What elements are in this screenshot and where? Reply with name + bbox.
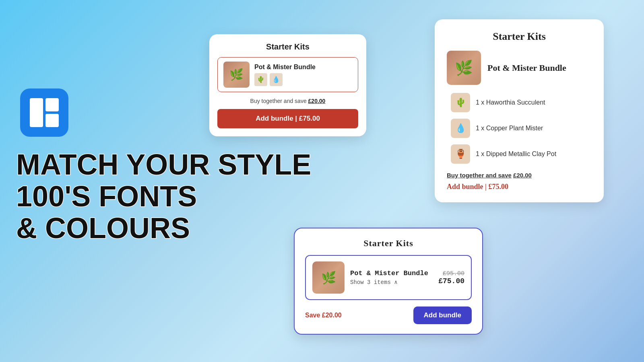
card1-title: Starter Kits — [217, 42, 358, 51]
card3-original-price: £95.00 — [438, 270, 464, 277]
card3-chevron: ∧ — [394, 279, 397, 286]
card3-price: £75.00 — [438, 277, 464, 285]
card1-product-name: Pot & Mister Bundle — [254, 64, 352, 71]
card2-item2-icon: 💧 — [451, 119, 470, 138]
card1-product-box: 🌿 Pot & Mister Bundle 🌵 💧 — [217, 57, 358, 92]
card1-item-icons: 🌵 💧 — [254, 73, 352, 86]
card2-title: Starter Kits — [447, 31, 592, 43]
card2-bundle-name: Pot & Mister Bundle — [487, 63, 566, 73]
card1-starter-kits: Starter Kits 🌿 Pot & Mister Bundle 🌵 💧 B… — [209, 34, 366, 136]
card2-save-amount: £20.00 — [513, 172, 532, 179]
card3-product-name: Pot & Mister Bundle — [350, 269, 433, 277]
card2-item1-label: 1 x Haworthia Succulent — [476, 99, 545, 106]
card2-header: 🌿 Pot & Mister Bundle — [447, 51, 592, 85]
card2-item-3: 🏺 1 x Dipped Metallic Clay Pot — [451, 144, 592, 164]
card2-item1-icon: 🌵 — [451, 93, 470, 112]
headline-line2: 100'S FONTS — [16, 181, 311, 212]
card2-items-list: 🌵 1 x Haworthia Succulent 💧 1 x Copper P… — [447, 93, 592, 164]
card3-product-row: 🌿 Pot & Mister Bundle Show 3 items ∧ £95… — [305, 255, 472, 300]
card1-product-image: 🌿 — [223, 62, 250, 88]
card3-show-items[interactable]: Show 3 items ∧ — [350, 279, 433, 286]
card2-item3-icon: 🏺 — [451, 144, 470, 164]
card1-icon-mister: 💧 — [270, 73, 283, 86]
card3-save-text: Save £20.00 — [305, 312, 342, 319]
card2-item3-label: 1 x Dipped Metallic Clay Pot — [476, 150, 556, 158]
card1-save-amount: £20.00 — [308, 98, 326, 104]
card3-add-btn[interactable]: Add bundle — [413, 306, 472, 324]
card2-main-image: 🌿 — [447, 51, 481, 85]
card2-item-2: 💧 1 x Copper Plant Mister — [451, 119, 592, 138]
card2-item-1: 🌵 1 x Haworthia Succulent — [451, 93, 592, 112]
card2-starter-kits: Starter Kits 🌿 Pot & Mister Bundle 🌵 1 x… — [435, 19, 604, 202]
card1-icon-succulent: 🌵 — [254, 73, 267, 86]
card1-save-text: Buy together and save £20.00 — [217, 98, 358, 104]
card2-save-text: Buy together and save £20.00 — [447, 172, 592, 179]
card3-starter-kits: Starter Kits 🌿 Pot & Mister Bundle Show … — [294, 228, 483, 335]
card1-product-info: Pot & Mister Bundle 🌵 💧 — [254, 64, 352, 86]
card3-product-info: Pot & Mister Bundle Show 3 items ∧ — [350, 269, 433, 286]
headline: MATCH YOUR STYLE 100'S FONTS & COLOURS — [16, 149, 311, 245]
card3-actions: Save £20.00 Add bundle — [305, 306, 472, 324]
card3-prices: £95.00 £75.00 — [438, 270, 464, 285]
headline-line1: MATCH YOUR STYLE — [16, 149, 311, 181]
card1-add-btn[interactable]: Add bundle | £75.00 — [217, 109, 358, 128]
card2-add-btn[interactable]: Add bundle | £75.00 — [447, 183, 508, 191]
card2-item2-label: 1 x Copper Plant Mister — [476, 125, 543, 132]
app-icon — [20, 88, 68, 137]
card3-title: Starter Kits — [305, 238, 472, 249]
headline-line3: & COLOURS — [16, 212, 311, 244]
card3-product-image: 🌿 — [312, 261, 345, 294]
